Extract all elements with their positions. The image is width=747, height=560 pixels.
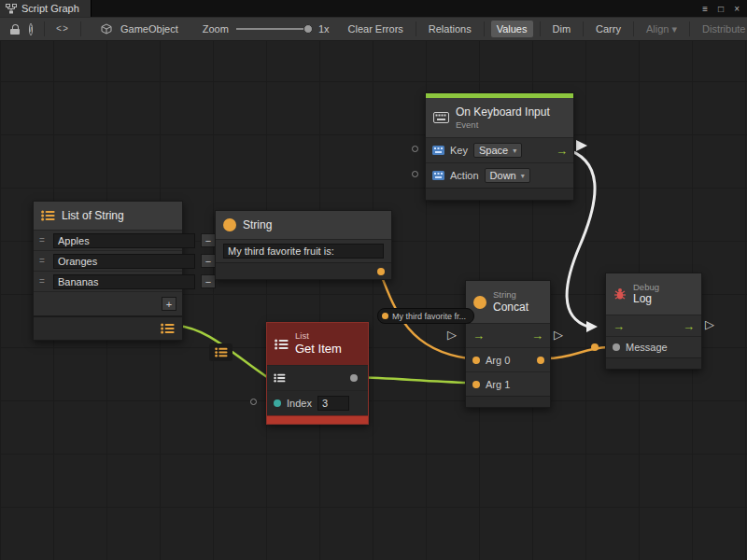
tab-title: Script Graph (21, 3, 79, 14)
relations-button[interactable]: Relations (423, 21, 477, 37)
zoom-label: Zoom (203, 23, 229, 35)
bug-icon (613, 287, 627, 301)
string-preview-text: My third favorite fr... (392, 312, 466, 321)
info-icon[interactable]: i (29, 23, 33, 35)
action-label: Action (450, 170, 479, 181)
toolbar-buttons: Clear Errors Relations Values Dim Carry … (343, 21, 747, 38)
list-input-port[interactable] (274, 373, 286, 383)
title-bar: Script Graph ≡ □ × (0, 0, 747, 17)
node-debug-log[interactable]: Debug Log → → Message (605, 273, 702, 370)
remove-item-button[interactable]: − (201, 254, 216, 268)
node-string-literal[interactable]: String (215, 210, 392, 280)
graph-canvas[interactable]: On Keyboard Input Event Key Space ▾ → (0, 41, 747, 560)
index-label: Index (287, 398, 312, 409)
key-type-icon (432, 146, 444, 155)
flow-output-port[interactable]: → (556, 145, 568, 157)
list-item-row: = − (34, 230, 182, 250)
arg0-input-port[interactable] (472, 357, 480, 364)
toolbar-separator (44, 21, 45, 36)
node-category: List (295, 330, 342, 342)
list-item-input[interactable] (53, 274, 195, 289)
drag-handle-icon[interactable]: = (39, 256, 48, 266)
key-dropdown[interactable]: Space ▾ (473, 143, 522, 158)
wire-getitem-to-concat-arg1[interactable] (356, 377, 469, 383)
node-title: Log (633, 292, 659, 306)
distribute-button[interactable]: Distribute ▾ (697, 21, 747, 38)
string-type-icon (223, 218, 236, 231)
string-type-icon (473, 296, 486, 309)
index-input-port[interactable] (274, 399, 281, 407)
zoom-slider-knob[interactable] (303, 24, 313, 34)
keyboard-icon (433, 112, 449, 123)
tab-script-graph[interactable]: Script Graph (0, 0, 92, 17)
action-dropdown[interactable]: Down ▾ (485, 168, 530, 183)
graph-icon (6, 4, 17, 14)
window-controls: ≡ □ × (702, 4, 747, 14)
gameobject-label[interactable]: GameObject (120, 23, 178, 35)
toolbar-separator (80, 21, 81, 36)
result-output-port[interactable] (537, 357, 544, 364)
index-port-hint[interactable] (250, 399, 257, 405)
arg1-label: Arg 1 (486, 379, 510, 390)
flow-input-port[interactable]: → (613, 320, 625, 332)
gameobject-icon (101, 23, 112, 35)
drag-handle-icon[interactable]: = (39, 235, 48, 245)
string-value-bubble: My third favorite fr... (377, 308, 474, 324)
flow-arrowhead (586, 321, 598, 332)
list-output-port[interactable] (161, 323, 175, 334)
arg0-label: Arg 0 (486, 355, 510, 366)
action-input-port[interactable] (412, 171, 418, 177)
key-input-port[interactable] (412, 146, 418, 152)
message-input-port[interactable] (613, 343, 620, 351)
index-input[interactable] (317, 396, 349, 411)
remove-item-button[interactable]: − (201, 274, 216, 288)
node-get-item[interactable]: List Get Item Index (266, 322, 369, 425)
chevron-down-icon: ▾ (521, 172, 525, 180)
drag-handle-icon[interactable]: = (39, 276, 48, 287)
string-output-port[interactable] (377, 268, 385, 275)
list-icon (275, 339, 289, 350)
node-concat[interactable]: String Concat → → Arg 0 Arg 1 (465, 280, 551, 408)
string-type-dot (382, 313, 388, 319)
list-item-input[interactable] (53, 233, 195, 248)
graph-toolbar: i <> GameObject Zoom 1x Clear Errors Rel… (0, 17, 747, 41)
node-on-keyboard-input[interactable]: On Keyboard Input Event Key Space ▾ → (425, 92, 574, 201)
zoom-slider[interactable] (236, 24, 311, 34)
wire-concat-to-log-message[interactable] (546, 347, 608, 358)
lock-icon[interactable] (10, 24, 20, 35)
key-label: Key (450, 145, 468, 156)
window-menu-icon[interactable]: ≡ (702, 4, 708, 14)
chevron-down-icon: ▾ (513, 147, 516, 155)
clear-errors-button[interactable]: Clear Errors (343, 21, 409, 37)
flow-output-port[interactable]: → (683, 320, 695, 332)
zoom-control: Zoom 1x (203, 23, 330, 35)
remove-item-button[interactable]: − (201, 233, 216, 247)
item-output-port[interactable] (350, 374, 358, 382)
code-view-icon[interactable]: <> (56, 24, 69, 35)
zoom-value: 1x (318, 23, 330, 35)
dim-button[interactable]: Dim (547, 21, 577, 37)
carry-button[interactable]: Carry (590, 21, 627, 37)
list-icon (215, 347, 228, 357)
add-item-button[interactable]: + (162, 297, 176, 311)
arg1-input-port[interactable] (472, 381, 480, 388)
flow-arrowhead (576, 140, 587, 151)
node-title: On Keyboard Input (456, 105, 550, 119)
list-item-input[interactable] (53, 254, 195, 269)
align-button[interactable]: Align ▾ (641, 21, 683, 38)
flow-hint-triangle: ▷ (554, 329, 563, 341)
node-category: String (493, 289, 529, 301)
node-list-of-string[interactable]: List of String = − = − = − + (33, 201, 183, 341)
flow-output-port[interactable]: → (531, 329, 543, 342)
values-button[interactable]: Values (491, 21, 533, 37)
action-type-icon (432, 171, 444, 180)
flow-input-port[interactable]: → (472, 329, 485, 342)
node-subtitle: Event (456, 119, 550, 131)
error-strip (267, 415, 368, 424)
string-value-input[interactable] (223, 244, 384, 259)
maximize-icon[interactable]: □ (718, 4, 724, 14)
wire-value-dot (591, 343, 599, 351)
close-icon[interactable]: × (734, 4, 740, 14)
node-title: List of String (62, 209, 124, 222)
list-icon (41, 210, 55, 221)
